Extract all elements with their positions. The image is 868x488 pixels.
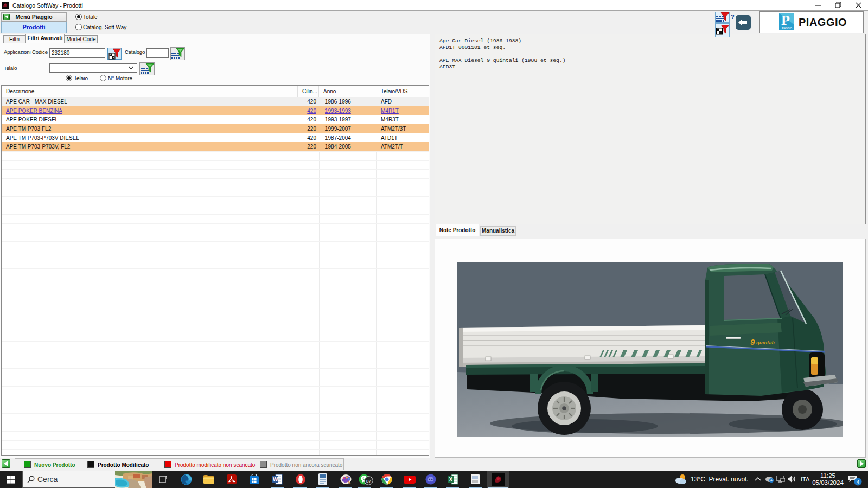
svg-text:W: W — [273, 477, 278, 483]
svg-text:87: 87 — [366, 479, 371, 484]
svg-text:quintali: quintali — [756, 339, 775, 345]
svg-text:9: 9 — [750, 337, 755, 346]
svg-text:PIAGGIO: PIAGGIO — [782, 27, 793, 30]
svg-text:X: X — [449, 477, 453, 483]
svg-text:P: P — [781, 13, 790, 28]
svg-text:4: 4 — [857, 479, 859, 485]
